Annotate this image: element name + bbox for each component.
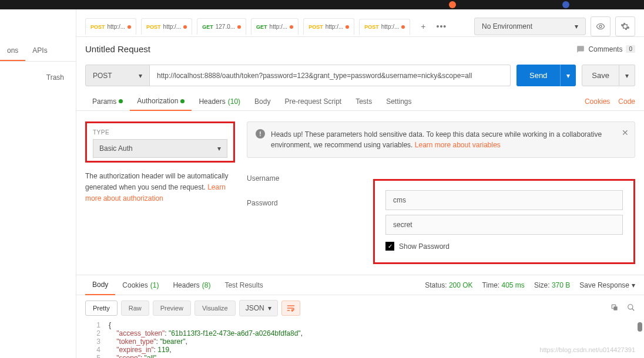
tab-url: http:/... [108, 23, 126, 30]
request-tab[interactable]: POSThttp:/... [359, 19, 410, 35]
unsaved-dot-icon [290, 25, 293, 29]
resp-tab-headers[interactable]: Headers (8) [166, 276, 217, 295]
tab-tests[interactable]: Tests [348, 93, 379, 110]
view-preview-button[interactable]: Preview [153, 300, 191, 316]
username-input[interactable] [385, 190, 623, 210]
comment-icon [576, 45, 585, 53]
status-value: 200 OK [449, 281, 473, 289]
view-raw-button[interactable]: Raw [121, 300, 149, 316]
resp-tab-body[interactable]: Body [85, 275, 115, 295]
environment-quicklook-button[interactable] [591, 16, 611, 36]
resp-tab-cookies[interactable]: Cookies (1) [115, 276, 166, 295]
request-title[interactable]: Untitled Request [85, 44, 150, 54]
chevron-down-icon: ▾ [575, 22, 578, 31]
sidebar-tab-collections[interactable]: ons [0, 42, 25, 61]
settings-gear-button[interactable] [615, 16, 635, 36]
method-value: POST [93, 72, 112, 80]
tab-body[interactable]: Body [247, 93, 277, 110]
method-badge: POST [308, 24, 323, 30]
auth-type-value: Basic Auth [99, 144, 133, 153]
tab-url: http:/... [270, 23, 288, 30]
tab-headers[interactable]: Headers(10) [192, 93, 247, 110]
auth-type-select[interactable]: Basic Auth▾ [93, 139, 227, 158]
chevron-down-icon: ▾ [268, 304, 271, 312]
close-alert-button[interactable]: ✕ [622, 128, 629, 137]
sensitive-data-alert: ! Heads up! These parameters hold sensit… [247, 121, 635, 158]
headers-count: (10) [228, 97, 240, 106]
username-label: Username [247, 174, 373, 183]
tab-overflow-button[interactable]: ••• [432, 18, 452, 35]
unsaved-dot-icon [401, 25, 405, 29]
new-tab-button[interactable]: + [415, 18, 431, 35]
unsaved-dot-icon [128, 25, 131, 29]
request-tab[interactable]: POSThttp:/... [85, 18, 136, 35]
active-dot-icon [119, 99, 123, 103]
code-link[interactable]: Code [618, 97, 635, 106]
show-password-checkbox[interactable]: ✓ [385, 242, 394, 251]
method-badge: GET [256, 24, 267, 30]
svg-point-3 [628, 304, 633, 309]
unsaved-dot-icon [237, 25, 241, 29]
tab-settings[interactable]: Settings [379, 93, 418, 110]
request-tabs-row: POSThttp:/... POSThttp:/... GET127.0... … [76, 9, 644, 37]
tab-authorization[interactable]: Authorization [130, 92, 192, 111]
password-label: Password [247, 199, 373, 207]
chevron-down-icon: ▾ [217, 144, 221, 153]
comments-label: Comments [588, 45, 622, 53]
unsaved-dot-icon [183, 25, 187, 29]
comments-count: 0 [626, 45, 635, 53]
save-button[interactable]: Save [582, 65, 619, 86]
svg-point-0 [599, 25, 602, 28]
resp-headers-count: (8) [202, 281, 211, 289]
auth-description: The authorization header will be automat… [85, 171, 229, 205]
active-dot-icon [180, 99, 185, 103]
password-input[interactable] [385, 215, 623, 235]
tab-params[interactable]: Params [85, 93, 130, 110]
info-icon: ! [256, 129, 265, 139]
learn-variables-link[interactable]: Learn more about variables [415, 141, 501, 149]
tab-prerequest[interactable]: Pre-request Script [277, 93, 348, 110]
sidebar-tab-apis[interactable]: APIs [25, 42, 54, 61]
url-input[interactable] [150, 65, 511, 86]
save-response-button[interactable]: Save Response ▾ [579, 281, 635, 289]
view-pretty-button[interactable]: Pretty [85, 300, 118, 316]
send-more-button[interactable]: ▾ [560, 65, 576, 86]
watermark: https://blog.csdn.net/u014427391 [539, 346, 635, 353]
method-badge: POST [90, 24, 105, 30]
view-visualize-button[interactable]: Visualize [194, 300, 236, 316]
cookies-link[interactable]: Cookies [585, 97, 610, 106]
cookies-count: (1) [150, 281, 159, 289]
status-icon [562, 1, 569, 8]
method-badge: POST [364, 24, 379, 30]
tab-url: 127.0... [216, 23, 235, 30]
method-badge: POST [146, 24, 161, 30]
scrollbar-thumb[interactable] [638, 322, 642, 332]
language-select[interactable]: JSON▾ [239, 300, 278, 316]
sidebar: ons APIs Trash [0, 9, 76, 358]
window-titlebar [0, 0, 644, 9]
comments-button[interactable]: Comments 0 [576, 45, 635, 53]
send-button[interactable]: Send [516, 65, 560, 86]
save-more-button[interactable]: ▾ [619, 65, 635, 86]
resp-tab-tests[interactable]: Test Results [217, 276, 270, 295]
request-tab[interactable]: POSThttp:/... [303, 18, 354, 35]
method-select[interactable]: POST▾ [85, 65, 150, 86]
type-label: TYPE [93, 129, 227, 136]
request-tab[interactable]: GET127.0... [197, 18, 246, 35]
unsaved-dot-icon [346, 25, 349, 29]
credentials-box: ✓ Show Password [373, 179, 635, 264]
sidebar-trash[interactable]: Trash [0, 62, 76, 82]
environment-select[interactable]: No Environment▾ [474, 18, 586, 35]
show-password-label: Show Password [399, 242, 450, 251]
tab-url: http:/... [326, 23, 344, 30]
tab-url: http:/... [163, 23, 182, 30]
search-button[interactable] [627, 303, 635, 313]
copy-button[interactable] [611, 303, 619, 313]
chevron-down-icon: ▾ [139, 72, 142, 80]
tab-url: http:/... [381, 23, 400, 30]
wrap-lines-button[interactable] [281, 300, 300, 316]
size-value: 370 B [552, 281, 570, 289]
request-tab[interactable]: POSThttp:/... [141, 18, 192, 35]
request-tab[interactable]: GEThttp:/... [251, 18, 298, 35]
svg-line-4 [632, 308, 635, 310]
